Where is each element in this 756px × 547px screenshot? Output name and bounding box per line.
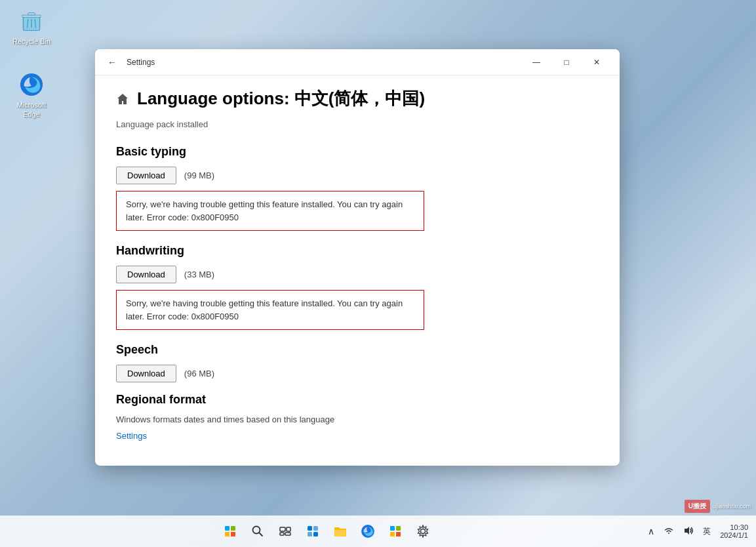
watermark: U搬授 ujiaoshou.com bbox=[685, 500, 751, 513]
network-icon[interactable] bbox=[661, 524, 677, 539]
clock-area[interactable]: 10:30 2024/1/1 bbox=[720, 523, 748, 539]
clock-time: 10:30 bbox=[730, 523, 748, 531]
svg-rect-8 bbox=[231, 526, 235, 531]
settings-window: ← Settings — □ ✕ bbox=[95, 49, 620, 466]
svg-line-12 bbox=[260, 533, 263, 537]
svg-line-5 bbox=[35, 19, 35, 28]
recycle-bin-label: Recycle Bin bbox=[12, 37, 50, 46]
edge-icon-image bbox=[18, 71, 45, 98]
clock-date: 2024/1/1 bbox=[720, 531, 748, 539]
language-pack-status: Language pack installed bbox=[116, 119, 599, 129]
handwriting-download-button[interactable]: Download bbox=[116, 266, 176, 283]
page-title: Language options: 中文(简体，中国) bbox=[137, 89, 425, 109]
language-indicator[interactable]: 英 bbox=[700, 525, 713, 538]
title-bar-title: Settings bbox=[127, 58, 155, 67]
svg-marker-27 bbox=[685, 527, 689, 535]
settings-content: Language options: 中文(简体，中国) Language pac… bbox=[95, 75, 620, 466]
basic-typing-download-button[interactable]: Download bbox=[116, 167, 176, 184]
svg-rect-22 bbox=[390, 526, 395, 531]
regional-settings-link[interactable]: Settings bbox=[116, 431, 147, 441]
handwriting-title: Handwriting bbox=[116, 244, 599, 258]
svg-rect-10 bbox=[231, 532, 235, 537]
close-icon: ✕ bbox=[593, 58, 600, 67]
handwriting-file-size: (33 MB) bbox=[184, 270, 214, 279]
settings-taskbar-button[interactable] bbox=[410, 518, 436, 544]
svg-point-11 bbox=[253, 527, 260, 534]
widgets-button[interactable] bbox=[300, 518, 326, 544]
svg-rect-20 bbox=[313, 532, 318, 537]
watermark-url: ujiaoshou.com bbox=[713, 503, 751, 510]
speech-title: Speech bbox=[116, 343, 599, 357]
maximize-button[interactable]: □ bbox=[551, 52, 582, 73]
edge-label: Microsoft Edge bbox=[8, 100, 55, 119]
back-button[interactable]: ← bbox=[103, 53, 121, 71]
edge-taskbar-button[interactable] bbox=[355, 518, 381, 544]
svg-rect-17 bbox=[308, 526, 312, 531]
handwriting-error-text: Sorry, we're having trouble getting this… bbox=[126, 297, 414, 323]
title-bar-left: ← Settings bbox=[103, 53, 155, 71]
microsoft-edge-icon[interactable]: Microsoft Edge bbox=[5, 69, 58, 122]
recycle-bin-icon[interactable]: Recycle Bin bbox=[5, 5, 58, 49]
svg-rect-25 bbox=[396, 532, 401, 537]
basic-typing-title: Basic typing bbox=[116, 145, 599, 159]
svg-rect-13 bbox=[280, 527, 285, 531]
svg-rect-2 bbox=[28, 12, 35, 15]
title-bar: ← Settings — □ ✕ bbox=[95, 49, 620, 75]
handwriting-error-box: Sorry, we're having trouble getting this… bbox=[116, 290, 424, 330]
watermark-brand: U搬授 bbox=[685, 500, 710, 513]
svg-rect-9 bbox=[225, 532, 229, 537]
basic-typing-error-box: Sorry, we're having trouble getting this… bbox=[116, 191, 424, 231]
page-header: Language options: 中文(简体，中国) bbox=[116, 89, 599, 109]
start-button[interactable] bbox=[217, 518, 243, 544]
svg-rect-14 bbox=[287, 527, 290, 531]
store-button[interactable] bbox=[382, 518, 408, 544]
basic-typing-file-size: (99 MB) bbox=[184, 171, 214, 180]
minimize-icon: — bbox=[532, 58, 540, 67]
svg-rect-18 bbox=[313, 526, 318, 531]
search-button[interactable] bbox=[245, 518, 271, 544]
handwriting-download-row: Download (33 MB) bbox=[116, 266, 599, 283]
taskbar: ∧ 英 10:30 2024/1/1 bbox=[0, 516, 756, 547]
svg-rect-23 bbox=[396, 526, 401, 531]
svg-rect-24 bbox=[390, 532, 395, 537]
back-arrow-icon: ← bbox=[108, 57, 117, 68]
basic-typing-download-row: Download (99 MB) bbox=[116, 167, 599, 184]
system-tray: ∧ 英 10:30 2024/1/1 bbox=[645, 523, 748, 539]
recycle-bin-image bbox=[18, 8, 45, 34]
svg-point-26 bbox=[421, 529, 426, 534]
file-explorer-button[interactable] bbox=[327, 518, 353, 544]
svg-rect-1 bbox=[22, 15, 41, 18]
taskbar-center bbox=[8, 518, 645, 544]
minimize-button[interactable]: — bbox=[521, 52, 551, 73]
window-controls: — □ ✕ bbox=[521, 52, 612, 73]
speech-download-button[interactable]: Download bbox=[116, 365, 176, 382]
chevron-up-icon[interactable]: ∧ bbox=[645, 525, 657, 538]
svg-rect-15 bbox=[280, 533, 284, 535]
regional-format-description: Windows formats dates and times based on… bbox=[116, 415, 599, 424]
task-view-button[interactable] bbox=[272, 518, 298, 544]
svg-line-3 bbox=[28, 19, 28, 28]
speech-download-row: Download (96 MB) bbox=[116, 365, 599, 382]
svg-rect-16 bbox=[285, 533, 290, 535]
maximize-icon: □ bbox=[564, 58, 568, 67]
regional-format-title: Regional format bbox=[116, 393, 599, 407]
desktop: Recycle Bin Microsoft Edge ← Settings — bbox=[0, 0, 756, 547]
volume-icon[interactable] bbox=[681, 524, 696, 539]
speech-file-size: (96 MB) bbox=[184, 369, 214, 378]
home-button[interactable] bbox=[116, 92, 129, 106]
close-button[interactable]: ✕ bbox=[582, 52, 612, 73]
basic-typing-error-text: Sorry, we're having trouble getting this… bbox=[126, 198, 414, 224]
svg-rect-7 bbox=[225, 526, 229, 531]
svg-rect-19 bbox=[308, 532, 312, 537]
